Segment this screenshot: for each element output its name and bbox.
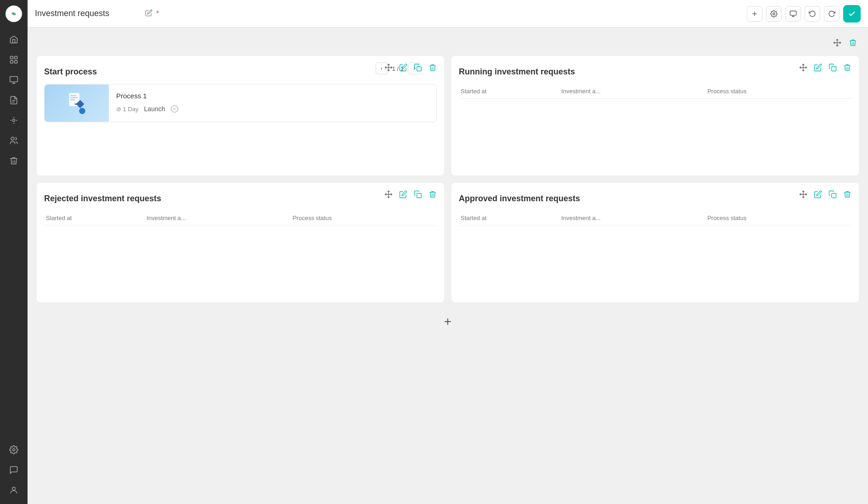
pagination-prev[interactable]: ‹ — [376, 62, 388, 74]
sidebar-item-users[interactable] — [6, 132, 22, 149]
rejected-edit-icon[interactable] — [397, 188, 409, 200]
svg-rect-24 — [417, 193, 422, 198]
svg-rect-23 — [832, 67, 836, 71]
process-info: Process 1 ⊘ 1 Day Launch — [109, 85, 436, 122]
rejected-col-status: Process status — [291, 211, 437, 226]
sidebar-item-trash[interactable] — [6, 153, 22, 169]
svg-point-13 — [773, 13, 775, 15]
edit-title-icon[interactable] — [145, 9, 152, 18]
start-process-delete-icon[interactable] — [427, 62, 439, 74]
add-card-button[interactable]: + — [440, 313, 456, 330]
global-actions-bar — [37, 37, 859, 49]
sidebar-item-settings[interactable] — [6, 442, 22, 458]
add-card-area: + — [37, 302, 859, 341]
rejected-table-header-row: Started at Investment a... Process statu… — [44, 211, 437, 226]
main-area: * — [28, 0, 868, 504]
sidebar-item-dashboard[interactable] — [6, 51, 22, 68]
svg-point-7 — [13, 119, 15, 122]
approved-copy-icon[interactable] — [827, 188, 839, 200]
rejected-investments-title: Rejected investment requests — [44, 194, 437, 204]
sidebar-item-profile[interactable] — [6, 482, 22, 498]
rejected-investments-table: Started at Investment a... Process statu… — [44, 211, 437, 226]
running-edit-icon[interactable] — [812, 62, 824, 74]
running-investments-title: Running investment requests — [459, 67, 851, 77]
process-duration: ⊘ 1 Day — [116, 106, 139, 113]
svg-rect-19 — [70, 99, 75, 100]
approved-investments-title: Approved investment requests — [459, 194, 851, 204]
approved-table-header-row: Started at Investment a... Process statu… — [459, 211, 851, 226]
svg-rect-6 — [10, 77, 18, 82]
card-approved-actions — [797, 188, 853, 200]
running-investments-table: Started at Investment a... Process statu… — [459, 84, 851, 99]
approved-col-status: Process status — [705, 211, 851, 226]
sidebar-item-reports[interactable] — [6, 92, 22, 108]
approved-delete-icon[interactable] — [841, 188, 853, 200]
redo-button[interactable] — [824, 6, 840, 22]
card-rejected-actions — [383, 188, 439, 200]
sidebar-item-monitor[interactable] — [6, 72, 22, 88]
add-widget-button[interactable] — [747, 6, 762, 22]
sidebar-item-workflow[interactable] — [6, 112, 22, 129]
topbar-title-area: * — [35, 9, 743, 18]
app-logo[interactable] — [6, 6, 22, 22]
start-process-pagination: ‹ 1 / 1 › — [376, 62, 420, 74]
card-running-investments: Running investment requests Started at I… — [451, 56, 859, 176]
running-table-header-row: Started at Investment a... Process statu… — [459, 84, 851, 99]
card-running-actions — [797, 62, 853, 74]
settings-button[interactable] — [766, 6, 782, 22]
global-delete-icon[interactable] — [847, 37, 859, 49]
approved-col-investment: Investment a... — [559, 211, 705, 226]
pagination-count: 1 / 1 — [389, 65, 406, 72]
svg-rect-5 — [15, 61, 17, 63]
page-title-input[interactable] — [35, 9, 141, 18]
launch-row: Launch — [144, 103, 180, 114]
launch-circle-button[interactable] — [169, 103, 180, 114]
running-col-started: Started at — [459, 84, 559, 99]
sidebar-item-home[interactable] — [6, 31, 22, 48]
launch-button[interactable]: Launch — [144, 105, 165, 113]
svg-rect-14 — [790, 11, 796, 15]
process-item: Process 1 ⊘ 1 Day Launch — [44, 84, 437, 122]
rejected-move-icon[interactable] — [383, 188, 395, 200]
svg-point-1 — [12, 12, 15, 15]
topbar-actions — [747, 5, 861, 23]
undo-button[interactable] — [805, 6, 820, 22]
svg-point-8 — [11, 137, 14, 141]
card-approved-investments: Approved investment requests Started at … — [451, 183, 859, 302]
rejected-col-started: Started at — [44, 211, 145, 226]
svg-point-20 — [79, 108, 85, 114]
approved-investments-table: Started at Investment a... Process statu… — [459, 211, 851, 226]
running-col-status: Process status — [705, 84, 851, 99]
process-image — [45, 85, 109, 122]
running-copy-icon[interactable] — [827, 62, 839, 74]
global-move-icon[interactable] — [831, 37, 843, 49]
svg-point-9 — [13, 449, 15, 451]
sidebar-item-chat[interactable] — [6, 462, 22, 478]
content-area: ‹ 1 / 1 › Start process — [28, 28, 868, 504]
svg-rect-3 — [15, 57, 17, 59]
running-col-investment: Investment a... — [559, 84, 705, 99]
save-button[interactable] — [843, 5, 861, 23]
svg-rect-17 — [70, 95, 77, 96]
card-rejected-investments: Rejected investment requests Started at … — [37, 183, 444, 302]
pagination-next[interactable]: › — [408, 62, 420, 74]
approved-edit-icon[interactable] — [812, 188, 824, 200]
running-move-icon[interactable] — [797, 62, 809, 74]
svg-rect-4 — [11, 61, 13, 63]
rejected-delete-icon[interactable] — [427, 188, 439, 200]
cards-grid: ‹ 1 / 1 › Start process — [37, 56, 859, 302]
approved-col-started: Started at — [459, 211, 559, 226]
rejected-copy-icon[interactable] — [412, 188, 424, 200]
card-start-process: ‹ 1 / 1 › Start process — [37, 56, 444, 176]
unsaved-indicator: * — [156, 10, 159, 18]
process-meta: ⊘ 1 Day Launch — [116, 103, 429, 114]
running-delete-icon[interactable] — [841, 62, 853, 74]
svg-rect-2 — [11, 57, 13, 59]
rejected-col-investment: Investment a... — [145, 211, 291, 226]
svg-rect-18 — [70, 97, 78, 98]
preview-button[interactable] — [785, 6, 801, 22]
svg-rect-25 — [832, 193, 836, 198]
approved-move-icon[interactable] — [797, 188, 809, 200]
process-name: Process 1 — [116, 92, 429, 100]
svg-point-10 — [12, 487, 16, 490]
